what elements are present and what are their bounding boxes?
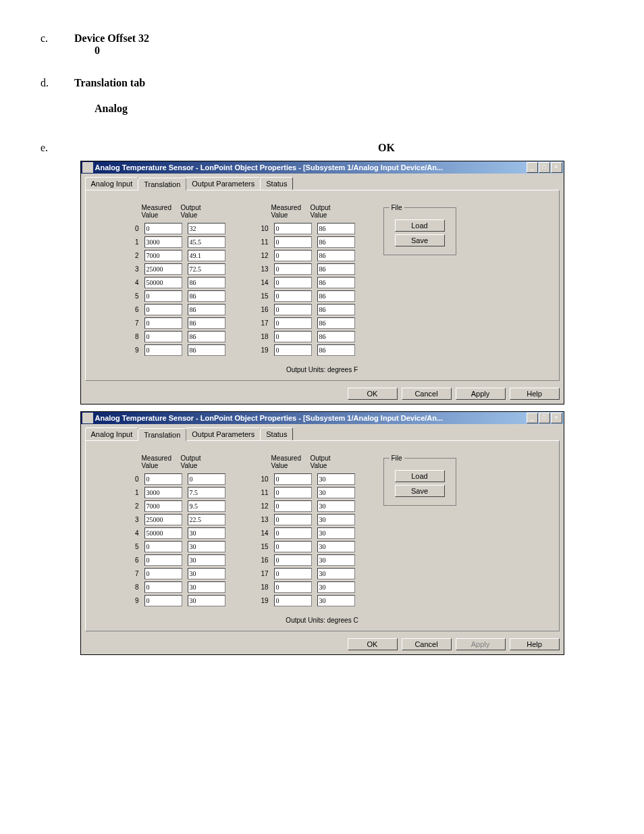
measured-input[interactable] xyxy=(274,527,312,539)
tab-output-parameters[interactable]: Output Parameters xyxy=(186,177,261,190)
ok-button[interactable]: OK xyxy=(348,638,398,650)
measured-input[interactable] xyxy=(144,595,182,606)
titlebar[interactable]: Analog Temperature Sensor - LonPoint Obj… xyxy=(81,412,564,424)
measured-input[interactable] xyxy=(144,568,182,579)
tab-status[interactable]: Status xyxy=(260,427,293,440)
close-button[interactable]: × xyxy=(551,162,562,173)
output-input[interactable] xyxy=(188,527,225,539)
measured-input[interactable] xyxy=(144,250,182,261)
output-input[interactable] xyxy=(317,500,355,512)
output-input[interactable] xyxy=(317,541,355,552)
output-input[interactable] xyxy=(317,223,355,234)
apply-button[interactable]: Apply xyxy=(456,638,506,650)
output-input[interactable] xyxy=(317,344,355,356)
output-input[interactable] xyxy=(188,554,225,566)
measured-input[interactable] xyxy=(274,317,312,329)
measured-input[interactable] xyxy=(274,500,312,512)
measured-input[interactable] xyxy=(274,595,312,606)
measured-input[interactable] xyxy=(274,304,312,315)
tab-status[interactable]: Status xyxy=(260,177,293,190)
output-input[interactable] xyxy=(188,568,225,579)
ok-button[interactable]: OK xyxy=(348,388,398,400)
measured-input[interactable] xyxy=(144,514,182,525)
tab-analog-input[interactable]: Analog Input xyxy=(85,427,139,440)
output-input[interactable] xyxy=(188,595,225,606)
load-button[interactable]: Load xyxy=(395,219,445,232)
measured-input[interactable] xyxy=(274,236,312,248)
measured-input[interactable] xyxy=(274,541,312,552)
cancel-button[interactable]: Cancel xyxy=(402,638,452,650)
measured-input[interactable] xyxy=(274,473,312,485)
output-input[interactable] xyxy=(317,277,355,288)
output-input[interactable] xyxy=(317,554,355,566)
output-input[interactable] xyxy=(188,514,225,525)
output-input[interactable] xyxy=(317,568,355,579)
maximize-button[interactable]: □ xyxy=(539,162,550,173)
output-input[interactable] xyxy=(317,581,355,593)
output-input[interactable] xyxy=(317,263,355,275)
measured-input[interactable] xyxy=(274,290,312,302)
measured-input[interactable] xyxy=(274,223,312,234)
save-button[interactable]: Save xyxy=(395,485,445,497)
output-input[interactable] xyxy=(188,541,225,552)
output-input[interactable] xyxy=(188,263,225,275)
measured-input[interactable] xyxy=(144,331,182,342)
measured-input[interactable] xyxy=(144,473,182,485)
measured-input[interactable] xyxy=(144,277,182,288)
measured-input[interactable] xyxy=(274,487,312,498)
output-input[interactable] xyxy=(317,317,355,329)
measured-input[interactable] xyxy=(144,554,182,566)
measured-input[interactable] xyxy=(144,290,182,302)
output-input[interactable] xyxy=(317,250,355,261)
tab-translation[interactable]: Translation xyxy=(138,428,186,441)
help-button[interactable]: Help xyxy=(510,388,560,400)
measured-input[interactable] xyxy=(274,581,312,593)
measured-input[interactable] xyxy=(144,236,182,248)
output-input[interactable] xyxy=(188,304,225,315)
output-input[interactable] xyxy=(317,487,355,498)
output-input[interactable] xyxy=(188,290,225,302)
measured-input[interactable] xyxy=(274,250,312,261)
output-input[interactable] xyxy=(188,473,225,485)
output-input[interactable] xyxy=(188,487,225,498)
measured-input[interactable] xyxy=(274,277,312,288)
output-input[interactable] xyxy=(317,595,355,606)
save-button[interactable]: Save xyxy=(395,234,445,246)
output-input[interactable] xyxy=(317,236,355,248)
measured-input[interactable] xyxy=(144,500,182,512)
apply-button[interactable]: Apply xyxy=(456,388,506,400)
measured-input[interactable] xyxy=(144,223,182,234)
output-input[interactable] xyxy=(317,304,355,315)
minimize-button[interactable]: _ xyxy=(527,162,538,173)
measured-input[interactable] xyxy=(274,514,312,525)
output-input[interactable] xyxy=(317,514,355,525)
output-input[interactable] xyxy=(188,317,225,329)
tab-analog-input[interactable]: Analog Input xyxy=(85,177,139,190)
output-input[interactable] xyxy=(317,331,355,342)
output-input[interactable] xyxy=(317,473,355,485)
cancel-button[interactable]: Cancel xyxy=(402,388,452,400)
close-button[interactable]: × xyxy=(551,413,562,423)
measured-input[interactable] xyxy=(274,344,312,356)
measured-input[interactable] xyxy=(274,554,312,566)
output-input[interactable] xyxy=(188,223,225,234)
measured-input[interactable] xyxy=(144,487,182,498)
measured-input[interactable] xyxy=(144,541,182,552)
output-input[interactable] xyxy=(317,290,355,302)
output-input[interactable] xyxy=(188,250,225,261)
help-button[interactable]: Help xyxy=(510,638,560,650)
output-input[interactable] xyxy=(317,527,355,539)
output-input[interactable] xyxy=(188,236,225,248)
output-input[interactable] xyxy=(188,331,225,342)
load-button[interactable]: Load xyxy=(395,470,445,482)
titlebar[interactable]: Analog Temperature Sensor - LonPoint Obj… xyxy=(81,161,564,174)
tab-output-parameters[interactable]: Output Parameters xyxy=(186,427,261,440)
measured-input[interactable] xyxy=(144,304,182,315)
output-input[interactable] xyxy=(188,581,225,593)
measured-input[interactable] xyxy=(144,344,182,356)
output-input[interactable] xyxy=(188,344,225,356)
measured-input[interactable] xyxy=(144,263,182,275)
output-input[interactable] xyxy=(188,500,225,512)
measured-input[interactable] xyxy=(144,527,182,539)
output-input[interactable] xyxy=(188,277,225,288)
